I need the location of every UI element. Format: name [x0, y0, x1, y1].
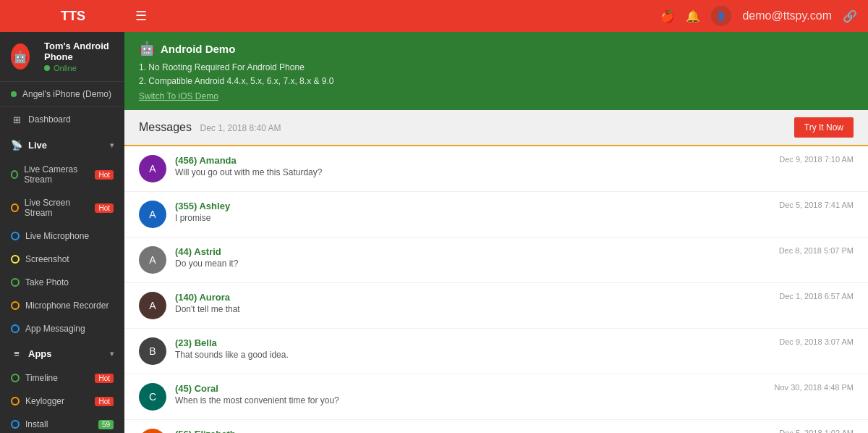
msg-text: That sounds like a good idea. [175, 350, 770, 360]
switch-ios-link[interactable]: Switch To iOS Demo [139, 91, 854, 101]
message-item[interactable]: A (44) Astrid Do you mean it? Dec 8, 201… [124, 237, 868, 283]
screen-stream-badge: Hot [95, 203, 114, 213]
sidebar-section-apps[interactable]: ≡ Apps ▾ [0, 340, 124, 366]
device-section: 🤖 Tom's Android Phone Online [0, 32, 124, 82]
sidebar: 🤖 Tom's Android Phone Online Angel's iPh… [0, 32, 124, 433]
banner-title: 🤖 Android Demo [139, 41, 854, 56]
msg-content: (56) Elizabeth It's your turn [175, 429, 770, 433]
msg-avatar: A [139, 246, 166, 274]
msg-name[interactable]: (456) Amanda [175, 155, 770, 166]
screen-stream-icon [11, 203, 19, 212]
msg-avatar: A [139, 292, 166, 319]
msg-date: Dec 1, 2018 6:57 AM [779, 292, 854, 300]
msg-date: Nov 30, 2018 4:48 PM [775, 383, 854, 392]
msg-text: I promise [175, 213, 770, 223]
sidebar-item-live-microphone[interactable]: Live Microphone [0, 224, 124, 248]
apps-section-icon: ≡ [11, 348, 22, 359]
take-photo-icon [11, 278, 20, 287]
msg-date: Dec 9, 2018 7:10 AM [779, 155, 854, 164]
message-item[interactable]: B (23) Bella That sounds like a good ide… [124, 329, 868, 374]
msg-date: Dec 9, 2018 3:07 AM [779, 337, 854, 346]
user-avatar: 👤 [711, 6, 731, 26]
msg-date: Dec 5, 2018 7:41 AM [779, 201, 854, 209]
msg-name[interactable]: (44) Astrid [175, 246, 770, 257]
msg-text: Do you mean it? [175, 258, 770, 269]
msg-avatar: A [139, 201, 166, 228]
msg-avatar: A [139, 155, 166, 182]
message-item[interactable]: A (355) Ashley I promise Dec 5, 2018 7:4… [124, 192, 868, 237]
banner-points: 1. No Rooting Required For Android Phone… [139, 61, 854, 88]
msg-date: Dec 8, 2018 5:07 PM [779, 246, 854, 255]
try-it-button[interactable]: Try It Now [794, 117, 854, 138]
sidebar-item-cameras-stream[interactable]: Live Cameras Stream Hot [0, 158, 124, 191]
msg-avatar: E [139, 429, 166, 433]
cameras-stream-badge: Hot [95, 170, 114, 180]
live-microphone-icon [11, 232, 20, 240]
msg-content: (140) Aurora Don't tell me that [175, 292, 770, 314]
msg-name[interactable]: (140) Aurora [175, 292, 770, 303]
sidebar-item-install[interactable]: Install 59 [0, 413, 124, 433]
sidebar-section-live[interactable]: 📡 Live ▾ [0, 132, 124, 158]
sidebar-item-take-photo[interactable]: Take Photo [0, 271, 124, 294]
message-item[interactable]: A (140) Aurora Don't tell me that Dec 1,… [124, 283, 868, 329]
dashboard-icon: ⊞ [11, 114, 22, 125]
sidebar-item-alt-device[interactable]: Angel's iPhone (Demo) [0, 82, 124, 107]
notification-icon[interactable]: 🔔 [686, 9, 700, 23]
top-header: TTS ☰ 🍎 🔔 👤 demo@ttspy.com 🔗 [0, 0, 868, 32]
status-dot [44, 65, 50, 71]
app-messaging-icon [11, 324, 20, 333]
message-item[interactable]: A (456) Amanda Will you go out with me t… [124, 146, 868, 192]
messages-header: Messages Dec 1, 2018 8:40 AM Try It Now [124, 110, 868, 146]
message-item[interactable]: E (56) Elizabeth It's your turn Dec 5, 2… [124, 420, 868, 433]
msg-name[interactable]: (355) Ashley [175, 201, 770, 211]
device-status: Online [44, 64, 114, 72]
android-icon: 🤖 [139, 41, 155, 56]
msg-name[interactable]: (23) Bella [175, 337, 770, 348]
msg-avatar: B [139, 337, 166, 365]
keylogger-badge: Hot [95, 397, 114, 406]
msg-text: Will you go out with me this Saturday? [175, 167, 770, 177]
apple-icon[interactable]: 🍎 [660, 9, 675, 23]
device-avatar: 🤖 [11, 43, 30, 70]
install-icon [11, 420, 20, 429]
device-name: Tom's Android Phone [44, 41, 114, 62]
sidebar-item-screen-stream[interactable]: Live Screen Stream Hot [0, 191, 124, 224]
messages-date: Dec 1, 2018 8:40 AM [200, 123, 281, 133]
sidebar-item-timeline[interactable]: Timeline Hot [0, 366, 124, 390]
sidebar-item-microphone-recorder[interactable]: Microphone Recorder [0, 294, 124, 317]
msg-content: (45) Coral When is the most convenient t… [175, 383, 766, 405]
msg-text: When is the most convenient time for you… [175, 395, 766, 405]
alt-device-dot [11, 91, 17, 97]
msg-content: (355) Ashley I promise [175, 201, 770, 223]
messages-title: Messages Dec 1, 2018 8:40 AM [139, 121, 281, 134]
message-item[interactable]: C (45) Coral When is the most convenient… [124, 374, 868, 420]
msg-avatar: C [139, 383, 166, 411]
msg-content: (456) Amanda Will you go out with me thi… [175, 155, 770, 177]
timeline-icon [11, 374, 20, 382]
content-area: 🤖 Android Demo 1. No Rooting Required Fo… [124, 32, 868, 433]
user-email: demo@ttspy.com [742, 9, 832, 22]
keylogger-icon [11, 397, 20, 405]
sidebar-item-keylogger[interactable]: Keylogger Hot [0, 390, 124, 413]
sidebar-item-dashboard[interactable]: ⊞ Dashboard [0, 107, 124, 132]
msg-text: Don't tell me that [175, 304, 770, 314]
msg-content: (44) Astrid Do you mean it? [175, 246, 770, 269]
apps-chevron: ▾ [110, 350, 114, 358]
logo: TTS [11, 9, 135, 24]
device-info: Tom's Android Phone Online [44, 41, 114, 72]
msg-date: Dec 5, 2018 1:02 AM [779, 429, 854, 433]
live-section-icon: 📡 [11, 139, 22, 151]
sidebar-item-app-messaging[interactable]: App Messaging [0, 317, 124, 340]
msg-name[interactable]: (56) Elizabeth [175, 429, 770, 433]
timeline-badge: Hot [95, 374, 114, 383]
msg-name[interactable]: (45) Coral [175, 383, 766, 394]
share-icon[interactable]: 🔗 [843, 9, 857, 23]
sidebar-item-screenshot[interactable]: Screenshot [0, 248, 124, 271]
android-banner: 🤖 Android Demo 1. No Rooting Required Fo… [124, 32, 868, 110]
install-badge: 59 [98, 420, 114, 429]
screenshot-icon [11, 255, 20, 264]
hamburger-menu[interactable]: ☰ [135, 8, 147, 24]
messages-list: A (456) Amanda Will you go out with me t… [124, 146, 868, 433]
cameras-stream-icon [11, 170, 18, 179]
header-right-icons: 🍎 🔔 👤 demo@ttspy.com 🔗 [660, 6, 857, 26]
